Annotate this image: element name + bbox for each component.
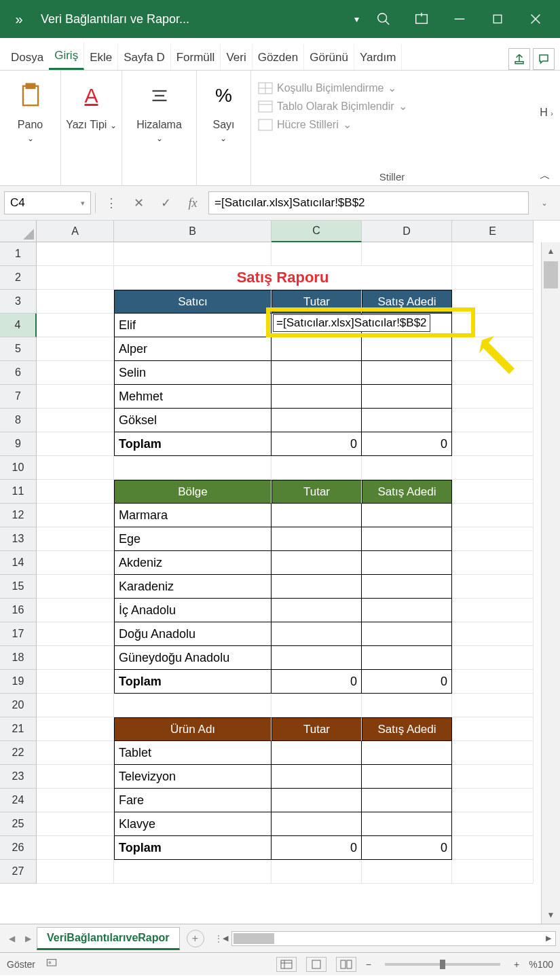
cell[interactable] — [272, 361, 362, 385]
row-header[interactable]: 4 — [0, 314, 37, 337]
cell[interactable] — [272, 646, 362, 670]
sheet-tab[interactable]: VeriBağlantılarıveRapor — [37, 927, 180, 950]
recorder-icon[interactable] — [45, 958, 58, 970]
row-header[interactable]: 22 — [0, 741, 37, 765]
cell[interactable] — [37, 670, 114, 694]
cell[interactable] — [362, 551, 452, 575]
conditional-formatting-button[interactable]: Koşullu Biçimlendirme ⌄ — [258, 79, 526, 97]
tab-help[interactable]: Yardım — [354, 44, 403, 70]
font-icon[interactable]: A — [84, 79, 98, 113]
format-as-table-button[interactable]: Tablo Olarak Biçimlendir ⌄ — [258, 97, 526, 115]
tab-pagelayout[interactable]: Sayfa D — [118, 44, 170, 70]
cell[interactable]: 0 — [272, 836, 362, 860]
cell[interactable] — [37, 765, 114, 789]
row-header[interactable]: 20 — [0, 694, 37, 717]
cell[interactable] — [362, 361, 452, 385]
cell[interactable] — [452, 527, 534, 551]
cell[interactable] — [362, 242, 452, 266]
group-label-alignment[interactable]: Hizalama⌄ — [136, 118, 182, 144]
cell[interactable] — [362, 599, 452, 622]
cell[interactable] — [452, 812, 534, 836]
cell[interactable]: Akdeniz — [114, 551, 272, 575]
column-header[interactable]: D — [362, 221, 452, 242]
select-all-corner[interactable] — [0, 221, 37, 242]
title-dropdown-icon[interactable]: ▾ — [349, 14, 365, 24]
cell[interactable] — [452, 266, 534, 290]
cell[interactable] — [37, 242, 114, 266]
cell[interactable] — [452, 290, 534, 314]
cell[interactable] — [37, 551, 114, 575]
cell[interactable] — [37, 527, 114, 551]
cell[interactable]: Güneydoğu Anadolu — [114, 646, 272, 670]
cell[interactable] — [114, 242, 272, 266]
cell[interactable] — [452, 622, 534, 646]
cell[interactable] — [452, 361, 534, 385]
vertical-scrollbar[interactable]: ▲ ▼ — [541, 242, 560, 924]
cell[interactable] — [37, 646, 114, 670]
tab-insert[interactable]: Ekle — [84, 44, 118, 70]
cell[interactable] — [452, 432, 534, 456]
row-header[interactable]: 15 — [0, 575, 37, 599]
cell[interactable]: Mehmet — [114, 385, 272, 409]
cell[interactable] — [362, 765, 452, 789]
row-header[interactable]: 3 — [0, 290, 37, 314]
cell[interactable] — [37, 741, 114, 765]
cell[interactable]: Bölge — [114, 480, 272, 504]
search-button[interactable] — [365, 0, 403, 38]
cell[interactable]: Satıcı — [114, 290, 272, 314]
cell[interactable] — [272, 527, 362, 551]
cell[interactable] — [452, 314, 534, 337]
cell[interactable]: Satış Raporu — [114, 266, 452, 290]
cell[interactable] — [272, 812, 362, 836]
row-header[interactable]: 14 — [0, 551, 37, 575]
expand-fbar-icon[interactable]: ⌄ — [533, 191, 556, 214]
row-header[interactable]: 17 — [0, 622, 37, 646]
row-header[interactable]: 7 — [0, 385, 37, 409]
scroll-up-icon[interactable]: ▲ — [542, 242, 560, 260]
cell[interactable] — [37, 361, 114, 385]
add-sheet-button[interactable]: + — [187, 930, 204, 947]
cell[interactable] — [362, 527, 452, 551]
cell[interactable] — [272, 789, 362, 812]
cell[interactable] — [37, 409, 114, 432]
align-icon[interactable] — [148, 79, 171, 113]
cell[interactable]: Satış Adedi — [362, 480, 452, 504]
scroll-thumb[interactable] — [544, 261, 558, 288]
column-header[interactable]: C — [272, 221, 362, 242]
cell[interactable]: Fare — [114, 789, 272, 812]
cell[interactable] — [272, 860, 362, 884]
cell[interactable]: Televizyon — [114, 765, 272, 789]
cell[interactable] — [37, 599, 114, 622]
cell[interactable] — [362, 409, 452, 432]
row-header[interactable]: 8 — [0, 409, 37, 432]
row-header[interactable]: 26 — [0, 836, 37, 860]
maximize-button[interactable] — [479, 0, 517, 38]
cell[interactable] — [362, 860, 452, 884]
row-header[interactable]: 6 — [0, 361, 37, 385]
cell[interactable] — [272, 575, 362, 599]
row-header[interactable]: 12 — [0, 504, 37, 527]
cell[interactable] — [272, 385, 362, 409]
paste-icon[interactable] — [18, 79, 43, 113]
cell[interactable]: Tutar — [272, 290, 362, 314]
cell[interactable] — [114, 456, 272, 480]
cell[interactable]: 0 — [362, 432, 452, 456]
tab-data[interactable]: Veri — [221, 44, 252, 70]
view-pagebreak-icon[interactable] — [336, 957, 356, 972]
cell[interactable] — [362, 575, 452, 599]
row-header[interactable]: 23 — [0, 765, 37, 789]
cell[interactable]: Marmara — [114, 504, 272, 527]
cell[interactable] — [452, 741, 534, 765]
cell[interactable] — [37, 812, 114, 836]
cell[interactable] — [272, 409, 362, 432]
collapse-ribbon-icon[interactable]: ︿ — [536, 169, 555, 183]
view-normal-icon[interactable] — [276, 957, 297, 972]
cell[interactable] — [362, 456, 452, 480]
row-header[interactable]: 9 — [0, 432, 37, 456]
cell[interactable] — [452, 504, 534, 527]
group-label-number[interactable]: Sayı⌄ — [212, 118, 234, 144]
cell[interactable]: Tablet — [114, 741, 272, 765]
cell[interactable] — [362, 337, 452, 361]
cell[interactable] — [362, 789, 452, 812]
row-header[interactable]: 24 — [0, 789, 37, 812]
